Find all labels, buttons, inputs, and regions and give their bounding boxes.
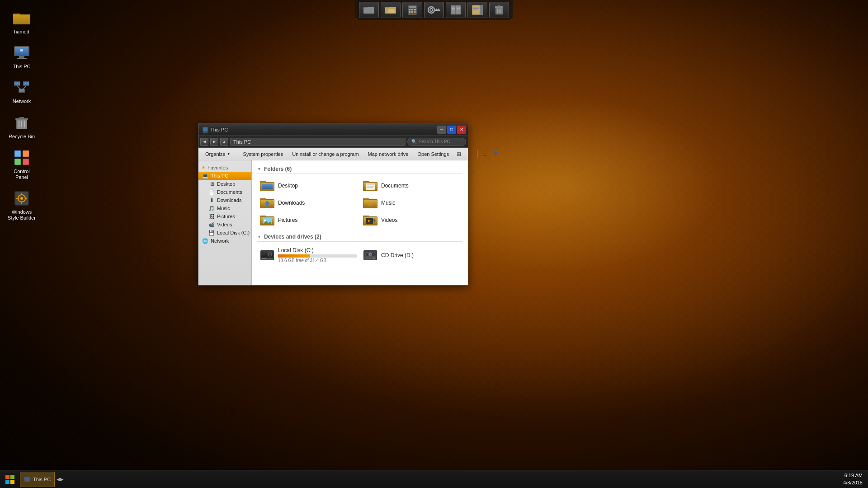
desktop-folder-icon: [260, 179, 274, 192]
svg-rect-120: [261, 251, 273, 258]
search-placeholder-text: Search This PC: [419, 139, 450, 144]
sidebar-this-pc-label: This PC: [211, 173, 228, 178]
local-disk-sidebar-icon: 💾: [208, 230, 215, 236]
back-button[interactable]: ◀: [200, 138, 208, 146]
close-button[interactable]: ✕: [457, 126, 466, 134]
folder-item-videos[interactable]: Videos: [360, 212, 462, 228]
sidebar-item-downloads[interactable]: ⬇ Downloads: [198, 196, 251, 204]
svg-rect-3: [14, 15, 30, 24]
svg-rect-21: [19, 117, 24, 119]
sidebar-item-local-disk[interactable]: 💾 Local Disk (C:): [198, 229, 251, 237]
local-disk-bar-fill: [278, 254, 310, 258]
view-icon-button[interactable]: ⊞: [454, 149, 464, 159]
svg-rect-47: [409, 6, 416, 8]
sidebar-item-videos[interactable]: 📹 Videos: [198, 221, 251, 229]
svg-rect-124: [262, 258, 266, 259]
start-button[interactable]: [2, 471, 18, 488]
up-button[interactable]: ▲: [220, 138, 228, 146]
top-tool-trash-btn[interactable]: [489, 2, 509, 18]
folders-grid: Desktop Documents: [257, 178, 462, 228]
top-tool-book-btn[interactable]: [446, 2, 466, 18]
music-folder-icon: ♫: [363, 197, 377, 209]
svg-marker-45: [388, 9, 395, 13]
desktop-icon-wsb-label: Windows Style Builder: [7, 209, 36, 221]
taskbar-time: 6:19 AM: [843, 472, 863, 479]
forward-button[interactable]: ▶: [210, 138, 218, 146]
map-network-label: Map network drive: [368, 151, 409, 157]
minimize-button[interactable]: ─: [437, 126, 446, 134]
pictures-folder-label: Pictures: [278, 217, 297, 223]
taskbar-this-pc-label: This PC: [33, 477, 51, 482]
drives-toggle[interactable]: ▼: [257, 235, 261, 239]
svg-rect-9: [20, 49, 23, 52]
search-box[interactable]: 🔍 Search This PC: [407, 138, 466, 146]
address-path[interactable]: This PC: [230, 138, 406, 146]
maximize-button[interactable]: □: [447, 126, 456, 134]
drive-item-cd[interactable]: CD Drive (D:): [360, 245, 462, 265]
svg-rect-28: [23, 151, 28, 156]
folder-item-music[interactable]: ♫ Music: [360, 195, 462, 211]
desktop-icon-wsb[interactable]: Windows Style Builder: [5, 188, 38, 223]
svg-rect-7: [19, 56, 24, 58]
svg-rect-71: [473, 9, 477, 10]
organize-button[interactable]: Organize ▼: [201, 149, 235, 159]
cd-drive-info: CD Drive (D:): [381, 252, 460, 258]
map-network-button[interactable]: Map network drive: [364, 149, 413, 159]
svg-rect-26: [15, 151, 20, 156]
cd-drive-name: CD Drive (D:): [381, 252, 460, 258]
control-panel-icon: [13, 149, 31, 167]
svg-rect-42: [363, 7, 368, 8]
folder-item-documents[interactable]: Documents: [360, 178, 462, 194]
sidebar-downloads-label: Downloads: [217, 197, 241, 203]
svg-point-54: [428, 7, 434, 13]
svg-rect-32: [23, 159, 28, 164]
downloads-folder-icon: [260, 197, 274, 209]
taskbar-arrows[interactable]: ◀▶: [55, 477, 66, 482]
taskbar-clock: 6:19 AM 4/8/2018: [843, 472, 866, 486]
network-icon: [13, 79, 31, 97]
sidebar-item-this-pc[interactable]: 💻 This PC: [198, 172, 251, 180]
help-button[interactable]: ?: [491, 149, 500, 159]
folders-toggle[interactable]: ▼: [257, 167, 261, 171]
svg-rect-140: [24, 477, 30, 480]
sidebar-item-desktop[interactable]: 🖥 Desktop: [198, 180, 251, 188]
top-tool-open-folder-btn[interactable]: [381, 2, 401, 18]
taskbar-this-pc-item[interactable]: This PC: [20, 472, 55, 487]
window-controls: ─ □ ✕: [437, 126, 466, 134]
desktop-icon-control-panel[interactable]: Control Panel: [5, 147, 38, 182]
system-properties-button[interactable]: System properties: [239, 149, 288, 159]
desktop-icon-this-pc[interactable]: This PC: [5, 42, 38, 71]
taskbar-this-pc-icon: [24, 477, 30, 482]
star-icon: ★: [201, 164, 206, 170]
sidebar-item-documents[interactable]: 📄 Documents: [198, 188, 251, 196]
top-toolbar: [355, 0, 513, 20]
folder-item-pictures[interactable]: Pictures: [257, 212, 359, 228]
view-toggle-button[interactable]: ☰: [480, 149, 490, 159]
svg-rect-51: [409, 11, 410, 13]
sidebar-item-network[interactable]: 🌐 Network: [198, 237, 251, 245]
folder-item-desktop[interactable]: Desktop: [257, 178, 359, 194]
top-tool-folder-btn[interactable]: [359, 2, 379, 18]
desktop-icon-recycle-bin[interactable]: Recycle Bin: [5, 112, 38, 141]
folder-item-downloads[interactable]: Downloads: [257, 195, 359, 211]
open-settings-button[interactable]: Open Settings: [413, 149, 453, 159]
favorites-label: Favorites: [208, 165, 228, 170]
desktop-icons-container: hamed This PC: [0, 0, 43, 230]
sidebar-item-music[interactable]: 🎵 Music: [198, 204, 251, 212]
desktop-icon-network[interactable]: Network: [5, 77, 38, 106]
top-tool-key-btn[interactable]: [424, 2, 444, 18]
local-disk-info: Local Disk (C:) 18.6 GB free of 31.4 GB: [278, 247, 357, 263]
uninstall-label: Uninstall or change a program: [292, 151, 359, 157]
top-tool-dict-btn[interactable]: [467, 2, 487, 18]
desktop-icon-hamed[interactable]: hamed: [5, 7, 38, 37]
uninstall-button[interactable]: Uninstall or change a program: [288, 149, 363, 159]
view-dropdown-button[interactable]: ▼: [465, 149, 475, 159]
downloads-folder-label: Downloads: [278, 200, 305, 206]
system-properties-label: System properties: [243, 151, 283, 157]
drive-item-local-disk[interactable]: Local Disk (C:) 18.6 GB free of 31.4 GB: [257, 245, 359, 265]
svg-rect-70: [473, 8, 479, 9]
svg-rect-44: [385, 7, 389, 8]
top-tool-calc-btn[interactable]: [402, 2, 422, 18]
sidebar-item-pictures[interactable]: 🖼 Pictures: [198, 212, 251, 221]
pictures-sidebar-icon: 🖼: [208, 213, 215, 220]
